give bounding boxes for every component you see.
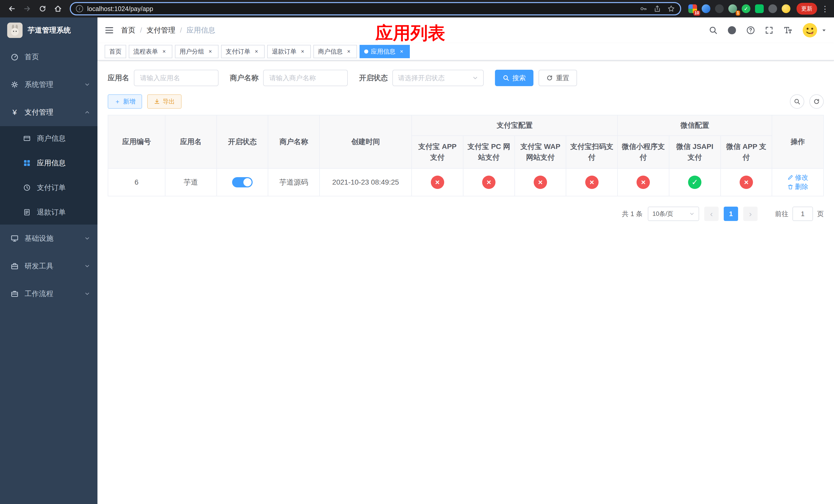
- reset-button[interactable]: 重置: [539, 70, 577, 86]
- app-table: 应用编号 应用名 开启状态 商户名称 创建时间 支付宝配置 微信配置 操作 支付…: [108, 115, 824, 197]
- navbar-actions: [709, 23, 827, 38]
- col-header-wx-jsapi: 微信 JSAPI 支付: [669, 136, 721, 168]
- screen: i localhost:1024/pay/app 10 1: [0, 0, 834, 504]
- tab-label: 支付订单: [226, 47, 250, 55]
- breadcrumb-item[interactable]: 首页: [121, 25, 135, 35]
- sidebar-item-dev-tools[interactable]: 研发工具: [0, 252, 97, 280]
- extension-badge: 10: [694, 10, 700, 16]
- extension-icon[interactable]: 10: [688, 4, 697, 13]
- merchant-name-input[interactable]: [263, 70, 348, 86]
- user-menu[interactable]: [802, 23, 827, 38]
- sidebar-item-home[interactable]: 首页: [0, 43, 97, 71]
- current-page-button[interactable]: 1: [724, 207, 738, 221]
- browser-menu-icon[interactable]: ⋮: [821, 4, 829, 13]
- sidebar-item-label: 支付订单: [37, 183, 66, 192]
- col-header-alipay-app: 支付宝 APP 支付: [412, 136, 463, 168]
- browser-update-button[interactable]: 更新: [796, 3, 817, 15]
- search-icon[interactable]: [709, 26, 718, 35]
- close-icon[interactable]: ×: [299, 48, 306, 55]
- col-header-name: 应用名: [165, 115, 217, 168]
- sidebar-item-system[interactable]: 系统管理: [0, 71, 97, 98]
- browser-reload-icon[interactable]: [36, 2, 49, 15]
- sidebar-collapse-icon[interactable]: [105, 26, 114, 35]
- app-name-label: 应用名: [108, 73, 129, 83]
- refresh-table-button[interactable]: [809, 94, 824, 109]
- sidebar-item-refund-order[interactable]: 退款订单: [0, 200, 97, 225]
- app-table-wrap: 应用编号 应用名 开启状态 商户名称 创建时间 支付宝配置 微信配置 操作 支付…: [108, 115, 824, 197]
- edit-button[interactable]: 修改: [787, 173, 808, 182]
- tab-process-form[interactable]: 流程表单 ×: [129, 45, 172, 58]
- extension-icon[interactable]: [702, 4, 710, 13]
- sidebar-item-app-info[interactable]: 应用信息: [0, 151, 97, 175]
- sidebar-item-label: 支付管理: [25, 108, 53, 117]
- sidebar-item-pay-order[interactable]: 支付订单: [0, 175, 97, 200]
- extension-icon[interactable]: [715, 4, 724, 13]
- add-button[interactable]: ＋ 新增: [108, 94, 142, 109]
- next-page-button[interactable]: ›: [743, 207, 758, 221]
- close-icon[interactable]: ×: [345, 48, 352, 55]
- tab-refund-order[interactable]: 退款订单 ×: [267, 45, 311, 58]
- browser-chrome: i localhost:1024/pay/app 10 1: [0, 0, 834, 18]
- tab-app-info[interactable]: 应用信息 ×: [359, 45, 410, 58]
- close-icon[interactable]: ×: [253, 48, 260, 55]
- briefcase-icon: [10, 290, 19, 298]
- breadcrumb-item[interactable]: 支付管理: [147, 25, 175, 35]
- delete-button[interactable]: 删除: [787, 182, 808, 191]
- status-select[interactable]: 请选择开启状态: [392, 70, 484, 86]
- extension-icon[interactable]: [782, 4, 790, 13]
- extension-icon[interactable]: ✓: [742, 4, 750, 13]
- browser-back-icon[interactable]: [5, 2, 19, 15]
- tab-merchant-info[interactable]: 商户信息 ×: [313, 45, 357, 58]
- cell-actions: 修改 删除: [772, 168, 824, 196]
- col-header-alipay-qr: 支付宝扫码支付: [566, 136, 618, 168]
- col-group-wechat: 微信配置: [618, 115, 772, 136]
- status-toggle[interactable]: [232, 177, 253, 187]
- close-icon[interactable]: ×: [398, 48, 405, 55]
- main-area: 首页 / 支付管理 / 应用信息: [97, 18, 834, 504]
- toggle-search-button[interactable]: [790, 94, 804, 109]
- page-size-select[interactable]: 10条/页: [648, 207, 699, 221]
- share-icon[interactable]: [654, 5, 661, 13]
- tab-label: 用户分组: [179, 47, 204, 55]
- browser-home-icon[interactable]: [51, 2, 65, 15]
- app-name-input[interactable]: [134, 70, 219, 86]
- sidebar: 芋道管理系统 首页 系统管理 ¥ 支付管理: [0, 18, 97, 504]
- font-size-icon[interactable]: [783, 26, 792, 35]
- tab-pay-order[interactable]: 支付订单 ×: [221, 45, 265, 58]
- tab-home[interactable]: 首页: [105, 45, 126, 58]
- close-icon[interactable]: ×: [160, 48, 168, 55]
- app-title: 芋道管理系统: [28, 25, 71, 35]
- password-key-icon[interactable]: [640, 5, 647, 13]
- search-button[interactable]: 搜索: [495, 70, 533, 86]
- extension-icon[interactable]: [755, 4, 764, 13]
- sidebar-item-label: 首页: [25, 52, 39, 62]
- github-icon[interactable]: [727, 26, 737, 35]
- fullscreen-icon[interactable]: [765, 26, 773, 35]
- browser-forward-icon[interactable]: [21, 2, 34, 15]
- table-toolbar: ＋ 新增 导出: [108, 94, 824, 109]
- extension-icon[interactable]: [768, 4, 777, 13]
- sidebar-item-merchant-info[interactable]: 商户信息: [0, 126, 97, 151]
- yen-icon: ¥: [10, 109, 19, 116]
- prev-page-button[interactable]: ‹: [704, 207, 719, 221]
- help-icon[interactable]: [746, 26, 755, 35]
- url-bar[interactable]: i localhost:1024/pay/app: [70, 2, 681, 15]
- sidebar-item-workflow[interactable]: 工作流程: [0, 280, 97, 307]
- site-info-icon[interactable]: i: [76, 5, 83, 12]
- sidebar-item-payment[interactable]: ¥ 支付管理: [0, 98, 97, 126]
- goto-page-input[interactable]: [792, 207, 813, 221]
- close-icon[interactable]: ×: [207, 48, 214, 55]
- page-size-value: 10条/页: [653, 210, 673, 218]
- tab-label: 流程表单: [133, 47, 158, 55]
- export-button[interactable]: 导出: [147, 94, 181, 109]
- wx-mini-status-icon: ×: [637, 176, 650, 189]
- col-header-created: 创建时间: [320, 115, 412, 168]
- extension-icon[interactable]: 1: [728, 4, 737, 13]
- sidebar-item-infrastructure[interactable]: 基础设施: [0, 225, 97, 252]
- app-logo-row[interactable]: 芋道管理系统: [0, 18, 97, 43]
- plus-icon: ＋: [114, 97, 120, 106]
- tab-user-group[interactable]: 用户分组 ×: [175, 45, 219, 58]
- page-content: 应用名 商户名称 开启状态 请选择开启状态: [97, 61, 834, 504]
- delete-button-label: 删除: [795, 182, 808, 191]
- bookmark-star-icon[interactable]: [667, 5, 675, 13]
